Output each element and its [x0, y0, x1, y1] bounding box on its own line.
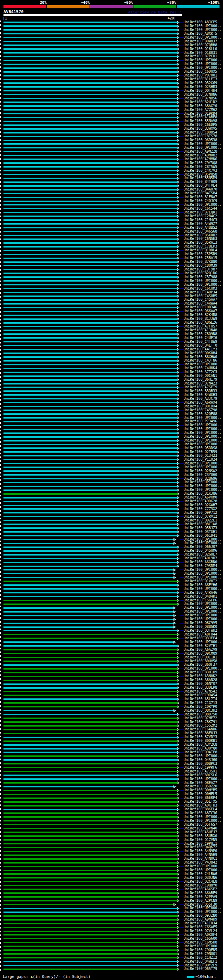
hit-bar[interactable] — [3, 721, 177, 723]
hit-bar[interactable] — [3, 322, 177, 324]
hit-bar[interactable] — [3, 794, 177, 795]
hit-bar[interactable] — [3, 881, 177, 882]
hit-bar[interactable] — [3, 254, 177, 255]
hit-bar[interactable] — [3, 181, 177, 183]
hit-bar[interactable] — [3, 953, 177, 955]
hit-bar[interactable] — [3, 71, 177, 73]
hit-bar[interactable] — [3, 60, 177, 61]
hit-bar[interactable] — [3, 341, 177, 342]
hit-bar[interactable] — [3, 48, 177, 50]
hit-bar[interactable] — [3, 402, 177, 403]
hit-bar[interactable] — [3, 573, 173, 574]
hit-bar[interactable] — [3, 166, 177, 167]
hit-bar[interactable] — [3, 816, 177, 818]
hit-bar[interactable] — [3, 482, 177, 483]
hit-bar[interactable] — [3, 718, 177, 719]
hit-label[interactable]: UniRef100_UPI000.. — [184, 466, 221, 469]
hit-bar[interactable] — [3, 356, 177, 358]
hit-bar[interactable] — [3, 767, 177, 768]
hit-bar[interactable] — [3, 299, 177, 301]
hit-label[interactable]: UniRef100_Q8C3H2 — [184, 709, 217, 713]
hit-label[interactable]: UniRef100_Q5BJZ3 — [184, 526, 217, 530]
hit-bar[interactable] — [3, 394, 177, 396]
hit-bar[interactable] — [3, 368, 177, 369]
hit-bar[interactable] — [3, 505, 177, 506]
hit-bar[interactable] — [3, 889, 177, 890]
hit-bar[interactable] — [3, 390, 177, 392]
hit-bar[interactable] — [3, 501, 177, 502]
hit-bar[interactable] — [3, 128, 177, 130]
hit-bar[interactable] — [3, 25, 177, 27]
hit-label[interactable]: UniRef100_C4X7V3 — [184, 169, 217, 173]
hit-bar[interactable] — [3, 835, 177, 837]
hit-bar[interactable] — [3, 132, 177, 134]
hit-bar[interactable] — [3, 679, 177, 681]
hit-bar[interactable] — [3, 333, 177, 335]
hit-label[interactable]: UniRef100_Q65T79 — [184, 967, 217, 971]
hit-bar[interactable] — [3, 329, 177, 331]
hit-bar[interactable] — [3, 957, 177, 958]
hit-bar[interactable] — [3, 486, 177, 487]
hit-bar[interactable] — [3, 550, 177, 552]
hit-bar[interactable] — [3, 242, 177, 244]
hit-bar[interactable] — [3, 627, 173, 628]
hit-label[interactable]: UniRef100_C9NUQ1 — [184, 952, 217, 956]
hit-bar[interactable] — [3, 303, 177, 304]
hit-bar[interactable] — [3, 174, 177, 175]
hit-bar[interactable] — [3, 296, 177, 297]
hit-bar[interactable] — [3, 470, 177, 472]
hit-label[interactable]: UniRef100_B0W8J7 — [184, 40, 217, 43]
hit-bar[interactable] — [3, 698, 177, 700]
hit-label[interactable]: UniRef100_C3YQ60 — [184, 473, 217, 477]
hit-bar[interactable] — [3, 121, 177, 122]
hit-bar[interactable] — [3, 934, 177, 935]
hit-label[interactable]: UniRef100_A7JSX1 — [184, 770, 217, 773]
hit-bar[interactable] — [3, 577, 173, 578]
hit-bar[interactable] — [3, 771, 177, 772]
hit-bar[interactable] — [3, 603, 177, 605]
hit-label[interactable]: UniRef100_A5UEJ7 — [184, 830, 217, 834]
hit-label[interactable]: UniRef100_Q8D750 — [184, 713, 217, 716]
hit-label[interactable]: UniRef100_Q1ZVN5 — [184, 838, 217, 842]
hit-bar[interactable] — [3, 159, 177, 160]
hit-bar[interactable] — [3, 600, 177, 601]
hit-bar[interactable] — [3, 433, 177, 434]
hit-label[interactable]: UniRef100_Q16LL0 — [184, 47, 217, 51]
hit-label[interactable]: UniRef100_Q3TGH1 — [184, 530, 217, 534]
hit-bar[interactable] — [3, 64, 177, 65]
hit-bar[interactable] — [3, 417, 177, 418]
hit-bar[interactable] — [3, 900, 177, 901]
hit-bar[interactable] — [3, 98, 177, 99]
hit-bar[interactable] — [3, 136, 177, 137]
hit-bar[interactable] — [3, 459, 177, 460]
hit-bar[interactable] — [3, 566, 177, 567]
hit-bar[interactable] — [3, 885, 177, 886]
hit-bar[interactable] — [3, 75, 177, 76]
hit-bar[interactable] — [3, 756, 177, 757]
hit-bar[interactable] — [3, 596, 177, 597]
hit-bar[interactable] — [3, 493, 177, 495]
hit-bar[interactable] — [3, 927, 177, 928]
hit-label[interactable]: UniRef100_A4RA46 — [184, 591, 217, 595]
hit-bar[interactable] — [3, 695, 177, 696]
hit-bar[interactable] — [3, 809, 177, 810]
hit-label[interactable]: UniRef100_UPI000.. — [184, 587, 221, 591]
hit-label[interactable]: UniRef100_Q7ME72 — [184, 716, 217, 720]
hit-bar[interactable] — [3, 147, 177, 148]
hit-bar[interactable] — [3, 740, 177, 742]
hit-bar[interactable] — [3, 444, 177, 445]
hit-bar[interactable] — [3, 265, 177, 266]
hit-bar[interactable] — [3, 425, 177, 426]
hit-bar[interactable] — [3, 185, 177, 187]
hit-bar[interactable] — [3, 379, 177, 381]
hit-bar[interactable] — [3, 436, 177, 438]
hit-bar[interactable] — [3, 619, 173, 620]
hit-bar[interactable] — [3, 272, 177, 274]
hit-bar[interactable] — [3, 839, 177, 841]
hit-bar[interactable] — [3, 786, 173, 788]
hit-bar[interactable] — [3, 466, 177, 468]
hit-bar[interactable] — [3, 569, 173, 571]
hit-label[interactable]: UniRef100_B0CSL6 — [184, 773, 217, 777]
hit-label[interactable]: UniRef100_C9Y3Q8 — [184, 161, 217, 165]
hit-bar[interactable] — [3, 615, 173, 616]
